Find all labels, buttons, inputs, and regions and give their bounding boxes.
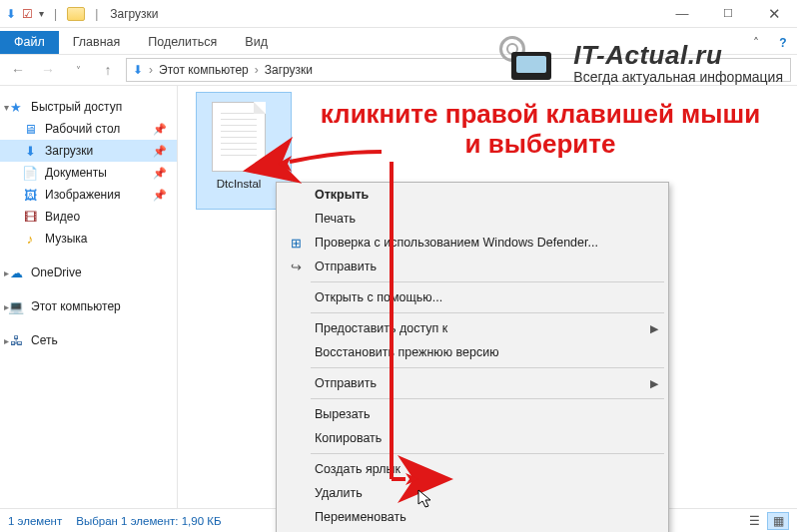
- sidebar-label: Музыка: [45, 232, 87, 246]
- tab-file[interactable]: Файл: [0, 31, 59, 54]
- sidebar-thispc[interactable]: ▸ 💻 Этот компьютер: [0, 295, 177, 317]
- breadcrumb-folder[interactable]: Загрузки: [265, 63, 313, 77]
- ctx-separator: [311, 367, 664, 368]
- sidebar-item-music[interactable]: ♪ Музыка: [0, 228, 177, 250]
- view-large-icons-button[interactable]: ▦: [767, 512, 789, 530]
- sidebar-label: OneDrive: [31, 266, 82, 279]
- share-icon: ↪: [287, 260, 305, 274]
- ctx-copy[interactable]: Копировать: [277, 426, 668, 450]
- breadcrumb-sep-1: ›: [255, 63, 259, 77]
- down-arrow-icon[interactable]: ⬇: [6, 7, 16, 21]
- picture-icon: 🖼: [22, 187, 38, 203]
- close-button[interactable]: ✕: [751, 0, 797, 28]
- pin-icon: 📌: [153, 145, 167, 158]
- ctx-open-with[interactable]: Открыть с помощью...: [277, 285, 668, 309]
- nav-back-button[interactable]: ←: [6, 58, 30, 82]
- ctx-restore-version[interactable]: Восстановить прежнюю версию: [277, 340, 668, 364]
- ctx-cut[interactable]: Вырезать: [277, 402, 668, 426]
- sidebar-label: Изображения: [45, 188, 120, 202]
- context-menu: Открыть Печать ⊞ Проверка с использовани…: [276, 182, 669, 532]
- pc-icon: 💻: [8, 298, 24, 314]
- pin-icon: 📌: [153, 123, 167, 136]
- qat-separator: |: [50, 7, 61, 21]
- chevron-down-icon[interactable]: ▾: [4, 102, 9, 113]
- nav-recent-icon[interactable]: ˅: [66, 58, 90, 82]
- nav-up-button[interactable]: ↑: [96, 58, 120, 82]
- cursor-icon: [417, 489, 435, 513]
- sidebar-label: Сеть: [31, 333, 58, 347]
- nav-forward-button[interactable]: →: [36, 58, 60, 82]
- ctx-separator: [311, 453, 664, 454]
- sidebar-label: Быстрый доступ: [31, 100, 122, 114]
- ctx-separator: [311, 281, 664, 282]
- tab-share[interactable]: Поделиться: [134, 31, 231, 54]
- shield-icon: ⊞: [287, 236, 305, 251]
- download-icon: ⬇: [22, 143, 38, 159]
- sidebar-label: Видео: [45, 210, 80, 224]
- status-selection: Выбран 1 элемент: 1,90 КБ: [76, 515, 221, 527]
- sidebar-label: Загрузки: [45, 144, 93, 158]
- ctx-print[interactable]: Печать: [277, 207, 668, 231]
- star-icon: ★: [8, 99, 24, 115]
- breadcrumb-sep-root: ›: [149, 63, 153, 77]
- sidebar-onedrive[interactable]: ▸ ☁ OneDrive: [0, 262, 177, 283]
- music-icon: ♪: [22, 231, 38, 247]
- text-file-icon: [212, 102, 266, 172]
- maximize-button[interactable]: ☐: [705, 0, 751, 28]
- sidebar-item-downloads[interactable]: ⬇ Загрузки 📌: [0, 140, 177, 162]
- chevron-right-icon[interactable]: ▸: [4, 335, 9, 346]
- quick-access-toolbar: ⬇ ☑ ▾ | | Загрузки: [0, 7, 165, 21]
- sidebar-quick-access[interactable]: ▾ ★ Быстрый доступ: [0, 96, 177, 118]
- nav-sidebar: ▾ ★ Быстрый доступ 🖥 Рабочий стол 📌 ⬇ За…: [0, 86, 178, 508]
- folder-icon: [67, 7, 85, 21]
- window-title: Загрузки: [108, 7, 158, 21]
- desktop-icon: 🖥: [22, 121, 38, 137]
- breadcrumb-pc[interactable]: Этот компьютер: [159, 63, 249, 77]
- qat-separator-2: |: [91, 7, 102, 21]
- sidebar-network[interactable]: ▸ 🖧 Сеть: [0, 329, 177, 351]
- ctx-defender[interactable]: ⊞ Проверка с использованием Windows Defe…: [277, 231, 668, 255]
- cloud-icon: ☁: [8, 265, 24, 280]
- ctx-separator: [311, 312, 664, 313]
- tab-view[interactable]: Вид: [231, 31, 282, 54]
- watermark-logo-icon: [501, 38, 561, 86]
- network-icon: 🖧: [8, 332, 24, 348]
- sidebar-item-videos[interactable]: 🎞 Видео: [0, 206, 177, 228]
- file-item[interactable]: DtcInstal: [194, 96, 284, 190]
- ctx-separator: [311, 398, 664, 399]
- ctx-share[interactable]: ↪ Отправить: [277, 255, 668, 278]
- ctx-send-to[interactable]: Отправить▶: [277, 371, 668, 395]
- video-icon: 🎞: [22, 209, 38, 225]
- chevron-right-icon[interactable]: ▸: [4, 267, 9, 278]
- sidebar-item-documents[interactable]: 📄 Документы 📌: [0, 162, 177, 184]
- ctx-grant-access[interactable]: Предоставить доступ к▶: [277, 316, 668, 340]
- window-controls: — ☐ ✕: [659, 0, 797, 28]
- sidebar-item-desktop[interactable]: 🖥 Рабочий стол 📌: [0, 118, 177, 140]
- titlebar: ⬇ ☑ ▾ | | Загрузки — ☐ ✕: [0, 0, 797, 28]
- view-details-button[interactable]: ☰: [743, 512, 765, 530]
- submenu-arrow-icon: ▶: [650, 322, 658, 335]
- ctx-open[interactable]: Открыть: [277, 183, 668, 207]
- file-name: DtcInstal: [194, 178, 284, 190]
- tab-home[interactable]: Главная: [59, 31, 135, 54]
- minimize-button[interactable]: —: [659, 0, 705, 28]
- sidebar-label: Рабочий стол: [45, 122, 120, 136]
- watermark: IT-Actual.ru Всегда актуальная информаци…: [501, 38, 783, 86]
- submenu-arrow-icon: ▶: [650, 377, 658, 390]
- status-count: 1 элемент: [8, 515, 62, 527]
- ctx-rename[interactable]: Переименовать: [277, 505, 668, 529]
- sidebar-item-pictures[interactable]: 🖼 Изображения 📌: [0, 184, 177, 206]
- pin-icon: 📌: [153, 189, 167, 202]
- sidebar-label: Документы: [45, 166, 107, 180]
- download-arrow-icon: ⬇: [133, 63, 143, 77]
- chevron-right-icon[interactable]: ▸: [4, 301, 9, 312]
- pin-icon: 📌: [153, 167, 167, 180]
- watermark-title: IT-Actual.ru: [573, 40, 783, 71]
- checked-box-icon[interactable]: ☑: [22, 7, 33, 21]
- sidebar-label: Этот компьютер: [31, 299, 121, 313]
- ctx-create-shortcut[interactable]: Создать ярлык: [277, 457, 668, 481]
- watermark-subtitle: Всегда актуальная информация: [573, 69, 783, 85]
- chevron-down-icon[interactable]: ▾: [39, 8, 44, 19]
- ctx-delete[interactable]: Удалить: [277, 481, 668, 505]
- document-icon: 📄: [22, 165, 38, 181]
